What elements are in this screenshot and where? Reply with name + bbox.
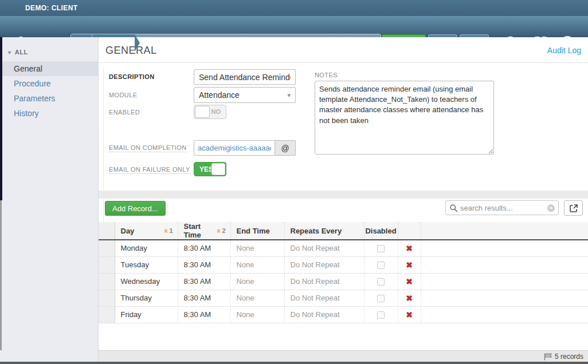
results-search-box: ✕ (445, 200, 559, 215)
cell-start-time[interactable]: 8:30 AM (178, 306, 230, 323)
client-label: DEMO: CLIENT (25, 4, 77, 12)
cell-filler (421, 273, 588, 290)
module-select[interactable]: Attendance ▾ (194, 87, 296, 103)
column-header-disabled[interactable]: Disabled (364, 222, 398, 240)
page-section-title: GENERAL (105, 45, 157, 57)
sort-indicator: «2 (217, 227, 225, 235)
email-at-button[interactable]: @ (275, 141, 295, 155)
grid-status-bar: 5 records (99, 350, 588, 362)
cell-repeats-every[interactable]: Do Not Repeat (284, 290, 364, 306)
sidebar-item-general[interactable]: General (0, 61, 98, 76)
cell-disabled (364, 273, 398, 290)
record-count: 5 records (555, 353, 583, 361)
row-handle[interactable] (99, 256, 115, 273)
sidebar-group-all[interactable]: ▾ALL (0, 37, 98, 61)
external-link-icon (569, 204, 578, 213)
cell-repeats-every[interactable]: Do Not Repeat (284, 273, 364, 290)
cell-day[interactable]: Friday (115, 306, 178, 323)
cell-end-time[interactable]: None (230, 240, 284, 256)
open-in-new-window-button[interactable] (564, 200, 583, 216)
clear-search-icon[interactable]: ✕ (547, 204, 555, 212)
add-record-button[interactable]: Add Record... (105, 201, 166, 216)
enabled-toggle-state: NO (211, 108, 221, 115)
cell-delete: ✖ (398, 273, 421, 290)
cell-repeats-every[interactable]: Do Not Repeat (284, 256, 364, 273)
row-handle[interactable] (99, 240, 115, 256)
delete-row-icon[interactable]: ✖ (406, 260, 413, 270)
delete-row-icon[interactable]: ✖ (406, 277, 413, 286)
cell-day[interactable]: Thursday (115, 290, 178, 306)
cell-start-time[interactable]: 8:30 AM (178, 273, 230, 290)
cell-end-time[interactable]: None (230, 306, 284, 323)
cell-repeats-every[interactable]: Do Not Repeat (284, 240, 364, 256)
table-row: Friday 8:30 AM None Do Not Repeat ✖ (99, 306, 588, 323)
column-header-day[interactable]: Day «1 (115, 222, 178, 240)
row-handle-header (99, 222, 115, 240)
disabled-checkbox[interactable] (377, 295, 385, 302)
cell-delete: ✖ (398, 240, 421, 256)
cell-day[interactable]: Monday (115, 240, 178, 256)
audit-log-link[interactable]: Audit Log (547, 46, 581, 55)
cell-repeats-every[interactable]: Do Not Repeat (284, 306, 364, 323)
toggle-knob (211, 163, 225, 175)
cell-disabled (364, 290, 398, 306)
column-label: Start Time (184, 222, 218, 239)
description-label: DESCRIPTION (109, 73, 155, 80)
notes-label: NOTES (315, 72, 338, 78)
cell-day[interactable]: Tuesday (115, 256, 178, 273)
breadcrumb-arrow (135, 34, 140, 52)
delete-row-icon[interactable]: ✖ (406, 310, 413, 319)
sort-indicator: «1 (164, 227, 173, 235)
disabled-checkbox[interactable] (377, 245, 385, 252)
cell-end-time[interactable]: None (230, 273, 284, 290)
cell-end-time[interactable]: None (230, 290, 284, 306)
table-header-row: Day «1 Start Time «2 End Time Repeats Ev… (99, 222, 588, 240)
disabled-checkbox[interactable] (377, 311, 385, 319)
cell-disabled (364, 306, 398, 323)
cell-start-time[interactable]: 8:30 AM (178, 256, 230, 273)
column-label: Day (121, 227, 135, 235)
sidebar-item-procedure[interactable]: Procedure (0, 76, 98, 91)
cell-delete: ✖ (398, 290, 421, 306)
top-navbar: ★ System Job 2: Send Attendance Reminder… (0, 16, 588, 37)
row-handle[interactable] (99, 306, 115, 323)
column-header-end-time[interactable]: End Time (230, 222, 284, 240)
schedule-table: Day «1 Start Time «2 End Time Repeats Ev… (99, 222, 588, 323)
cell-disabled (364, 256, 398, 273)
table-row: Tuesday 8:30 AM None Do Not Repeat ✖ (99, 256, 588, 273)
email-on-failure-toggle[interactable]: YES (194, 162, 226, 176)
delete-row-icon[interactable]: ✖ (406, 244, 413, 253)
description-input[interactable] (194, 69, 296, 85)
cell-start-time[interactable]: 8:30 AM (178, 290, 230, 306)
cell-start-time[interactable]: 8:30 AM (178, 240, 230, 256)
sidebar-item-parameters[interactable]: Parameters (0, 91, 98, 106)
column-header-filler (421, 222, 588, 240)
results-search-input[interactable] (458, 204, 547, 212)
cell-end-time[interactable]: None (230, 256, 284, 273)
module-select-value: Attendance (199, 90, 240, 100)
delete-row-icon[interactable]: ✖ (406, 294, 413, 303)
column-header-repeats-every[interactable]: Repeats Every (284, 222, 364, 240)
cell-day[interactable]: Wednesday (115, 273, 178, 290)
section-divider (99, 191, 588, 199)
sidebar-item-history[interactable]: History (0, 106, 98, 121)
disabled-checkbox[interactable] (377, 278, 385, 286)
disabled-checkbox[interactable] (377, 262, 385, 269)
main-panel: GENERAL Audit Log DESCRIPTION MODULE Att… (99, 37, 588, 362)
row-handle[interactable] (99, 290, 115, 306)
window-edge-bottom (0, 362, 588, 364)
sort-asc-icon: « (215, 228, 224, 232)
email-on-completion-input[interactable] (194, 141, 275, 155)
email-on-failure-label: EMAIL ON FAILURE ONLY (109, 166, 190, 174)
general-form: DESCRIPTION MODULE Attendance ▾ ENABLED … (103, 68, 585, 222)
toggle-knob (195, 106, 210, 118)
table-row: Monday 8:30 AM None Do Not Repeat ✖ (99, 240, 588, 256)
notes-textarea[interactable] (315, 81, 494, 155)
row-handle[interactable] (99, 273, 115, 290)
enabled-toggle[interactable]: NO (194, 105, 226, 119)
table-row: Wednesday 8:30 AM None Do Not Repeat ✖ (99, 273, 588, 290)
column-header-start-time[interactable]: Start Time «2 (178, 222, 230, 240)
chevron-down-icon: ▾ (287, 92, 291, 99)
module-label: MODULE (109, 92, 137, 98)
cell-disabled (364, 240, 398, 256)
